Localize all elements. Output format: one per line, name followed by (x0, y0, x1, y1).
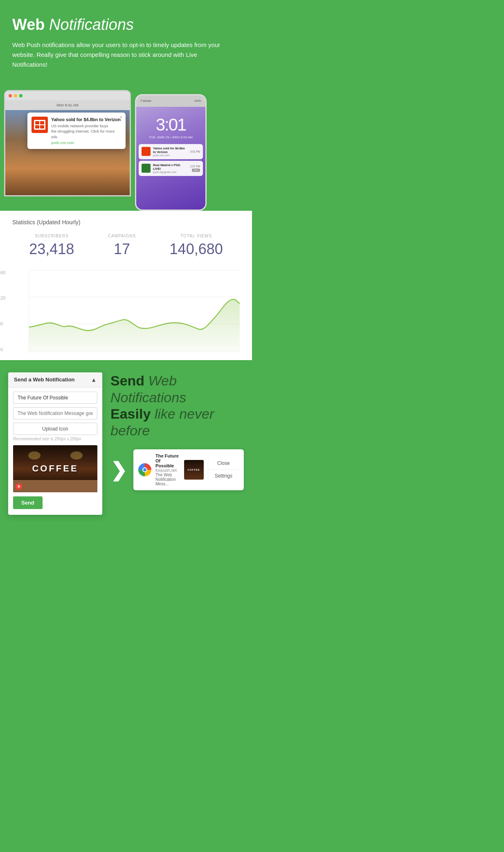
phone-notifications: Yahoo sold for $4.8bn to Verizon push.cn… (139, 144, 203, 176)
stats-numbers: SUBSCRIBERS 23,418 CAMPAIGNS 17 TOTAL VI… (12, 234, 240, 258)
notification-preview-text: The Future Of Possible foxpush.net The W… (155, 453, 180, 486)
desktop-notif-source: push.cnn.com (51, 141, 122, 145)
stat-total-views-value: 140,680 (170, 241, 223, 258)
stat-subscribers-label: SUBSCRIBERS (29, 234, 74, 238)
chart-area (29, 270, 240, 352)
mac-top-bar (5, 91, 130, 100)
upload-icon-button[interactable]: Upload Icon (13, 423, 97, 435)
stat-campaigns-label: CAMPAIGNS (108, 234, 136, 238)
form-body: Upload Icon Recommended size is 250px x … (8, 388, 102, 515)
stat-subscribers: SUBSCRIBERS 23,418 (29, 234, 74, 258)
form-header: Send a Web Notification ▲ (8, 372, 102, 388)
notification-preview-buttons: Close Settings (208, 457, 239, 482)
phone-notif-icon-1 (142, 147, 151, 156)
stat-total-views-label: TOTAL VIEWS (170, 234, 223, 238)
phone-notif-time-1: 3:01 PM (190, 150, 200, 153)
mac-address-bar: Mon 9:41 AM (5, 100, 130, 110)
phone-notif-icon-2 (142, 164, 151, 173)
coffee-table (13, 480, 97, 492)
hero-description: Web Push notifications allow your users … (12, 40, 225, 70)
phone-screen: 3:01 TUE, MAR 29 • WED 8:00 AM Yahoo sol… (136, 107, 205, 211)
close-icon[interactable]: × (120, 115, 122, 119)
desktop-notif-text: Yahoo sold for $4.8bn to Verizon US mobi… (51, 117, 122, 145)
phone-notif-text-2: Real Madrid v PSG LIVE! push.skysports.c… (153, 163, 188, 174)
notification-preview-image: COFFEE (184, 460, 204, 480)
notification-title-input[interactable] (13, 392, 97, 404)
phone-notif-title-1: Yahoo sold for $4.8bn to Verizon (153, 147, 188, 154)
phone-notif-2: Real Madrid v PSG LIVE! push.skysports.c… (139, 161, 203, 176)
mac-dot-green (19, 94, 22, 97)
coffee-image: COFFEE × (13, 445, 97, 492)
coffee-light-1 (28, 451, 40, 460)
arrow-preview-container: ❯ The Future Of Possible foxpush.net The… (110, 449, 244, 490)
y-label-40: 40 (0, 347, 5, 352)
notification-preview-image-text: COFFEE (187, 469, 200, 471)
notification-settings-button[interactable]: Settings (208, 470, 239, 482)
phone-notif-badge-2: 999+ (192, 169, 200, 172)
mac-dot-red (9, 94, 12, 97)
stat-campaigns-value: 17 (108, 241, 136, 258)
mac-screen: Mon 9:41 AM Yahoo sold for $4.8bn to Ver… (5, 100, 130, 196)
phone-notif-source-2: push.skysports.com (153, 171, 188, 174)
stat-total-views: TOTAL VIEWS 140,680 (170, 234, 223, 258)
stats-section: Statistics (Updated Hourly) SUBSCRIBERS … (0, 211, 252, 270)
y-label-120: 120 (0, 295, 5, 300)
chart-y-labels: 160 120 80 40 (0, 270, 5, 352)
chrome-icon (138, 463, 151, 476)
grid-line-40 (29, 352, 240, 352)
y-label-160: 160 (0, 270, 5, 275)
hero-title-italic: Notifications (49, 16, 134, 33)
notif-icon-inner (34, 120, 45, 130)
phone-mockup: T-Mobile 64%▪ 3:01 TUE, MAR 29 • WED 8:0… (135, 94, 207, 211)
notification-preview-title: The Future Of Possible (155, 453, 180, 468)
hero-title-bold: Web (12, 16, 45, 33)
mac-dot-yellow (14, 94, 17, 97)
hero-section: Web Notifications Web Push notifications… (0, 0, 252, 82)
desktop-notif-title: Yahoo sold for $4.8bn to Verizon (51, 117, 122, 122)
phone-time: 3:01 (136, 107, 205, 135)
send-title-send: Send (110, 373, 148, 388)
upload-hint: Recommended size is 250px x 250px (13, 437, 97, 441)
send-title-easily: Easily (110, 406, 155, 421)
phone-notif-source-1: push.cnn.com (153, 154, 188, 157)
phone-notif-time-2: 2:57 PM (190, 165, 200, 168)
stat-campaigns: CAMPAIGNS 17 (108, 234, 136, 258)
notification-form-panel: Send a Web Notification ▲ Upload Icon Re… (8, 372, 102, 515)
phone-status: 64%▪ (195, 99, 202, 102)
send-button[interactable]: Send (13, 496, 43, 509)
phone-notif-text-1: Yahoo sold for $4.8bn to Verizon push.cn… (153, 147, 188, 157)
arrow-icon: ❯ (110, 458, 127, 481)
stat-subscribers-value: 23,418 (29, 241, 74, 258)
chart-section: 160 120 80 40 (0, 270, 252, 360)
phone-top-bar: T-Mobile 64%▪ (136, 95, 205, 107)
desktop-notif-body: US mobile network provider buys the stru… (51, 123, 122, 140)
collapse-icon[interactable]: ▲ (91, 376, 97, 383)
bottom-right: Send Web Notifications Easily like never… (110, 372, 244, 490)
hero-title: Web Notifications (12, 16, 240, 34)
phone-notif-title-2: Real Madrid v PSG LIVE! (153, 163, 188, 171)
y-label-80: 80 (0, 321, 5, 326)
notification-message-input[interactable] (13, 407, 97, 419)
desktop-notification-popup: Yahoo sold for $4.8bn to Verizon US mobi… (27, 113, 126, 149)
desktop-notif-icon (32, 117, 48, 133)
mac-mockup: Mon 9:41 AM Yahoo sold for $4.8bn to Ver… (4, 90, 131, 196)
notification-close-button[interactable]: Close (208, 457, 239, 470)
chart-svg (29, 270, 240, 352)
phone-date: TUE, MAR 29 • WED 8:00 AM (136, 135, 205, 139)
notification-preview-body: The Web Notification Mess... (155, 473, 180, 486)
notification-preview-domain: foxpush.net (155, 468, 180, 473)
chrome-inner (142, 467, 147, 472)
send-title: Send Web Notifications Easily like never… (110, 372, 244, 439)
phone-carrier: T-Mobile (140, 99, 151, 102)
notification-preview-main: The Future Of Possible foxpush.net The W… (133, 449, 244, 490)
devices-section: Mon 9:41 AM Yahoo sold for $4.8bn to Ver… (0, 82, 252, 211)
notification-preview: The Future Of Possible foxpush.net The W… (133, 449, 244, 490)
coffee-text: COFFEE (32, 463, 78, 474)
coffee-lights (13, 451, 97, 460)
remove-image-button[interactable]: × (16, 483, 22, 490)
phone-notif-1: Yahoo sold for $4.8bn to Verizon push.cn… (139, 144, 203, 159)
form-header-title: Send a Web Notification (14, 376, 75, 383)
coffee-light-2 (70, 451, 83, 460)
stats-title: Statistics (Updated Hourly) (12, 219, 240, 225)
bottom-section: Send a Web Notification ▲ Upload Icon Re… (0, 360, 252, 531)
